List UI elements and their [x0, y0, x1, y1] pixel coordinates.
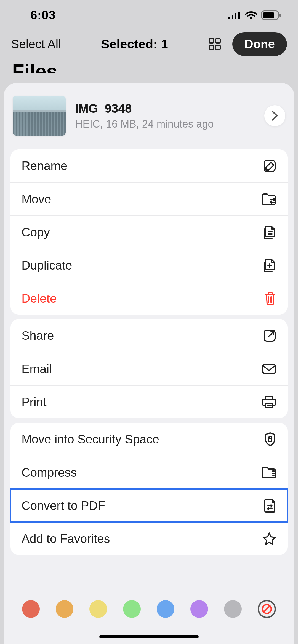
compress-row[interactable]: Compress	[10, 456, 288, 489]
print-label: Print	[22, 395, 46, 409]
move-row[interactable]: Move	[10, 182, 288, 215]
done-button[interactable]: Done	[232, 32, 287, 56]
action-group: Move into Security SpaceCompressConvert …	[10, 423, 288, 555]
file-header: IMG_9348 HEIC, 16 MB, 24 minutes ago	[8, 94, 290, 145]
action-group: RenameMoveCopyDuplicateDelete	[10, 149, 288, 315]
home-indicator	[99, 635, 199, 638]
app-header: Select All Selected: 1 Done	[0, 30, 298, 58]
delete-label: Delete	[22, 292, 57, 305]
convert-doc-icon	[264, 498, 276, 513]
color-tag[interactable]	[22, 600, 40, 618]
favorite-label: Add to Favorites	[22, 532, 110, 546]
svg-rect-8	[209, 39, 214, 43]
mail-icon	[262, 363, 276, 375]
color-tag[interactable]	[123, 600, 141, 618]
svg-rect-7	[279, 14, 281, 17]
cellular-icon	[228, 11, 241, 19]
favorite-row[interactable]: Add to Favorites	[10, 522, 288, 555]
pdf-label: Convert to PDF	[22, 499, 105, 513]
battery-icon	[261, 10, 281, 20]
chevron-right-icon	[271, 111, 279, 121]
move-folder-icon	[261, 193, 276, 206]
file-meta: HEIC, 16 MB, 24 minutes ago	[75, 118, 255, 130]
duplicate-label: Duplicate	[22, 258, 72, 272]
svg-rect-9	[216, 39, 220, 43]
trash-icon	[264, 291, 276, 306]
delete-row[interactable]: Delete	[10, 282, 288, 315]
rename-icon	[263, 159, 276, 173]
move-label: Move	[22, 192, 51, 206]
clear-tag-button[interactable]	[258, 600, 276, 618]
print-row[interactable]: Print	[10, 385, 288, 418]
file-details-button[interactable]	[264, 105, 285, 126]
svg-rect-10	[209, 45, 214, 50]
rename-label: Rename	[22, 159, 67, 173]
duplicate-icon	[262, 258, 276, 273]
printer-icon	[262, 395, 276, 409]
svg-point-4	[250, 17, 252, 19]
share-out-icon	[263, 329, 276, 343]
share-row[interactable]: Share	[10, 319, 288, 352]
status-time: 6:03	[30, 8, 56, 22]
select-all-button[interactable]: Select All	[11, 37, 61, 51]
copy-label: Copy	[22, 225, 50, 239]
status-icons	[228, 10, 281, 20]
action-sheet: IMG_9348 HEIC, 16 MB, 24 minutes ago Ren…	[4, 83, 294, 644]
page-title: Files	[0, 60, 298, 73]
file-name: IMG_9348	[75, 102, 255, 115]
email-label: Email	[22, 362, 52, 376]
svg-rect-2	[235, 13, 236, 19]
color-tag[interactable]	[224, 600, 242, 618]
rename-row[interactable]: Rename	[10, 149, 288, 182]
color-tag[interactable]	[89, 600, 107, 618]
share-label: Share	[22, 329, 54, 343]
security-row[interactable]: Move into Security Space	[10, 423, 288, 456]
pdf-row[interactable]: Convert to PDF	[10, 489, 288, 522]
svg-line-30	[264, 606, 270, 612]
shield-lock-icon	[264, 432, 276, 447]
zip-folder-icon	[261, 466, 276, 479]
view-grid-icon[interactable]	[208, 37, 221, 51]
color-tag-row	[4, 600, 294, 618]
color-tag[interactable]	[56, 600, 73, 618]
svg-rect-6	[263, 12, 274, 18]
wifi-icon	[245, 11, 257, 20]
status-bar: 6:03	[0, 0, 298, 30]
security-label: Move into Security Space	[22, 432, 159, 446]
color-tag[interactable]	[157, 600, 174, 618]
email-row[interactable]: Email	[10, 352, 288, 385]
svg-rect-11	[216, 45, 220, 50]
clear-icon	[261, 603, 272, 615]
copy-doc-icon	[262, 225, 276, 239]
compress-label: Compress	[22, 466, 77, 479]
selection-count: Selected: 1	[101, 37, 168, 52]
color-tag[interactable]	[190, 600, 208, 618]
duplicate-row[interactable]: Duplicate	[10, 249, 288, 282]
svg-rect-3	[238, 12, 240, 19]
star-icon	[262, 532, 276, 546]
copy-row[interactable]: Copy	[10, 215, 288, 249]
svg-rect-1	[232, 15, 233, 19]
file-thumbnail	[13, 96, 66, 136]
action-group: ShareEmailPrint	[10, 319, 288, 418]
svg-rect-21	[263, 364, 275, 374]
svg-rect-0	[228, 17, 230, 19]
